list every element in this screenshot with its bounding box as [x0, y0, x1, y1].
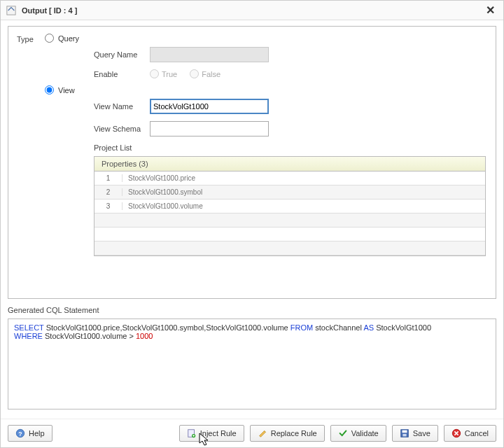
svg-text:?: ? — [18, 430, 22, 438]
save-icon — [400, 428, 410, 438]
dialog-title: Output [ ID : 4 ] — [22, 6, 483, 15]
view-fields: View Name View Schema Project List Prope… — [94, 99, 487, 256]
inject-icon — [187, 428, 197, 438]
query-fields: Query Name Enable True False — [94, 47, 487, 78]
radio-view-label: View — [58, 86, 75, 94]
replace-icon — [258, 428, 267, 438]
help-button[interactable]: ? Help — [8, 425, 52, 442]
replace-rule-button[interactable]: Replace Rule — [250, 425, 325, 442]
cancel-button[interactable]: Cancel — [444, 425, 496, 442]
radio-query-label: Query — [58, 34, 79, 43]
inject-rule-button[interactable]: Inject Rule — [179, 425, 244, 442]
generated-label: Generated CQL Statement — [8, 306, 496, 314]
validate-icon — [338, 428, 348, 438]
enable-label: Enable — [94, 70, 150, 78]
type-panel: Type Query Query Name Enable — [8, 26, 496, 299]
table-row[interactable]: 1StockVolGt1000.price — [94, 172, 485, 186]
table-row[interactable]: 2StockVolGt1000.symbol — [94, 186, 485, 200]
project-list-grid: Properties (3) 1StockVolGt1000.price2Sto… — [94, 156, 486, 256]
validate-button[interactable]: Validate — [330, 425, 386, 442]
home-icon[interactable] — [6, 5, 18, 16]
titlebar: Output [ ID : 4 ] ✕ — [1, 1, 503, 20]
query-name-input — [150, 47, 269, 62]
project-list-label: Project List — [94, 144, 487, 152]
cql-statement[interactable]: SELECT StockVolGt1000.price,StockVolGt10… — [8, 318, 496, 410]
help-icon: ? — [15, 428, 25, 438]
view-schema-label: View Schema — [94, 125, 150, 133]
output-dialog: Output [ ID : 4 ] ✕ Type Query Query Nam… — [0, 0, 504, 448]
grid-header: Properties (3) — [94, 157, 485, 172]
query-name-label: Query Name — [94, 50, 150, 59]
footer: ? Help Inject Rule Replace Rule Validate — [1, 419, 503, 447]
cancel-icon — [451, 428, 461, 438]
type-label: Type — [17, 34, 45, 43]
svg-rect-6 — [402, 430, 407, 433]
view-schema-input[interactable] — [150, 121, 269, 136]
radio-view[interactable] — [45, 85, 54, 94]
radio-enable-true — [150, 69, 159, 78]
view-name-label: View Name — [94, 102, 150, 111]
view-name-input[interactable] — [150, 99, 269, 114]
type-option-query[interactable]: Query — [45, 34, 487, 43]
save-button[interactable]: Save — [392, 425, 438, 442]
table-row[interactable]: 3StockVolGt1000.volume — [94, 200, 485, 214]
generated-cql-panel: Generated CQL Statement SELECT StockVolG… — [8, 306, 496, 410]
table-row — [94, 241, 485, 255]
close-button[interactable]: ✕ — [483, 4, 498, 17]
table-row — [94, 214, 485, 227]
enable-false: False — [190, 69, 220, 78]
content-area: Type Query Query Name Enable — [1, 20, 503, 419]
svg-rect-7 — [402, 434, 406, 437]
table-row — [94, 227, 485, 241]
type-option-view[interactable]: View — [45, 85, 487, 94]
enable-true: True — [150, 69, 177, 78]
radio-query[interactable] — [45, 34, 54, 43]
radio-enable-false — [190, 69, 199, 78]
